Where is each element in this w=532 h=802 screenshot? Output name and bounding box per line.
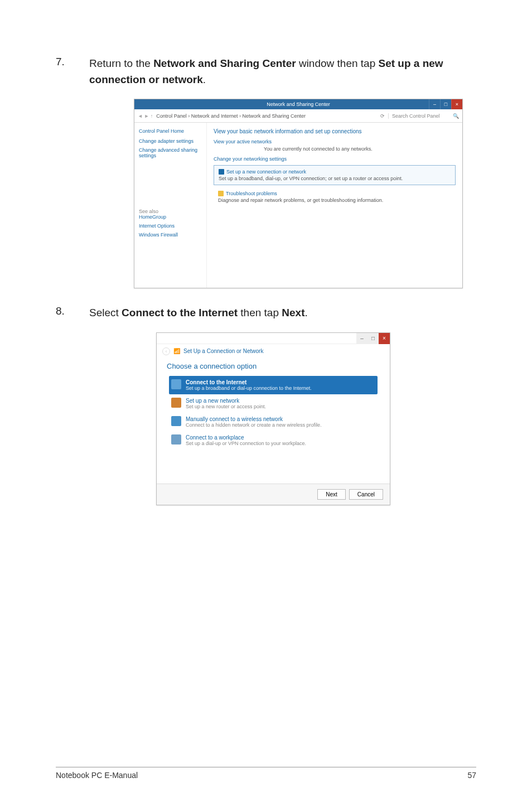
dialog-buttons: Next Cancel: [157, 484, 390, 505]
change-settings-label: Change your networking settings: [214, 156, 456, 162]
dialog-title: Set Up a Connection or Network: [183, 348, 263, 354]
step-number: 8.: [56, 305, 89, 321]
search-icon[interactable]: 🔍: [453, 113, 459, 119]
footer-title: Notebook PC E-Manual: [56, 771, 138, 780]
window-title: Network and Sharing Center: [267, 102, 330, 107]
seealso-internet-options[interactable]: Internet Options: [139, 223, 202, 229]
option-connect-internet[interactable]: Connect to the Internet Set up a broadba…: [169, 376, 378, 394]
wizard-icon: 📶: [173, 348, 180, 354]
maximize-button[interactable]: □: [440, 99, 451, 109]
seealso-label: See also: [139, 209, 202, 214]
close-button[interactable]: ×: [451, 99, 462, 109]
minimize-button[interactable]: –: [356, 333, 367, 344]
step-7: 7. Return to the Network and Sharing Cen…: [56, 56, 476, 88]
main-pane: View your basic network information and …: [207, 123, 462, 288]
next-button[interactable]: Next: [317, 489, 346, 500]
option-new-network[interactable]: Set up a new network Set up a new router…: [169, 394, 378, 413]
seealso-homegroup[interactable]: HomeGroup: [139, 214, 202, 220]
step-number: 7.: [56, 56, 89, 88]
minimize-button[interactable]: –: [429, 99, 440, 109]
options-list: Connect to the Internet Set up a broadba…: [157, 376, 390, 450]
dialog-heading: Choose a connection option: [157, 359, 390, 376]
active-networks-label: View your active networks: [214, 139, 456, 144]
address-bar: ◄ ► ↑ Control Panel › Network and Intern…: [134, 109, 462, 123]
option-manual-wireless[interactable]: Manually connect to a wireless network C…: [169, 413, 378, 431]
setup-icon: [219, 169, 224, 175]
main-heading: View your basic network information and …: [214, 128, 456, 134]
workplace-icon: [171, 434, 181, 445]
window-titlebar: Network and Sharing Center – □ ×: [134, 99, 462, 109]
page-footer: Notebook PC E-Manual 57: [56, 767, 476, 780]
screenshot-setup-connection: – □ × ‹ 📶 Set Up a Connection or Network…: [156, 332, 390, 505]
screenshot-network-sharing-center: Network and Sharing Center – □ × ◄ ► ↑ C…: [134, 99, 463, 288]
maximize-button[interactable]: □: [367, 333, 379, 344]
step-8: 8. Select Connect to the Internet then t…: [56, 305, 476, 321]
step-text: Return to the Network and Sharing Center…: [89, 56, 476, 88]
router-icon: [171, 398, 181, 408]
troubleshoot-option[interactable]: Troubleshoot problems Diagnose and repai…: [214, 189, 456, 205]
dialog-crumb: ‹ 📶 Set Up a Connection or Network: [157, 344, 390, 359]
close-button[interactable]: ×: [379, 333, 390, 344]
window-controls: – □ ×: [429, 99, 462, 109]
window-controls: – □ ×: [356, 333, 390, 344]
search-input[interactable]: Search Control Panel: [388, 113, 449, 119]
setup-connection-option[interactable]: Set up a new connection or network Set u…: [214, 165, 456, 185]
sidebar-link-adapter[interactable]: Change adapter settings: [139, 138, 202, 144]
back-icon[interactable]: ‹: [162, 347, 170, 355]
breadcrumb[interactable]: Control Panel › Network and Internet › N…: [156, 113, 377, 119]
dialog-titlebar: – □ ×: [157, 333, 390, 344]
troubleshoot-icon: [218, 191, 224, 196]
globe-icon: [171, 379, 181, 389]
cancel-button[interactable]: Cancel: [349, 489, 383, 500]
seealso-firewall[interactable]: Windows Firewall: [139, 232, 202, 238]
sidebar: Control Panel Home Change adapter settin…: [134, 123, 207, 288]
active-networks-status: You are currently not connected to any n…: [264, 146, 456, 152]
nav-back-icon[interactable]: ◄ ► ↑: [138, 113, 153, 119]
refresh-icon[interactable]: ⟳: [380, 113, 385, 119]
page-body: 7. Return to the Network and Sharing Cen…: [56, 56, 476, 505]
sidebar-link-sharing[interactable]: Change advanced sharing settings: [139, 147, 202, 158]
wireless-icon: [171, 416, 181, 426]
step-text: Select Connect to the Internet then tap …: [89, 305, 476, 321]
page-number: 57: [467, 771, 476, 780]
sidebar-home[interactable]: Control Panel Home: [139, 128, 202, 134]
option-workplace[interactable]: Connect to a workplace Set up a dial-up …: [169, 431, 378, 450]
